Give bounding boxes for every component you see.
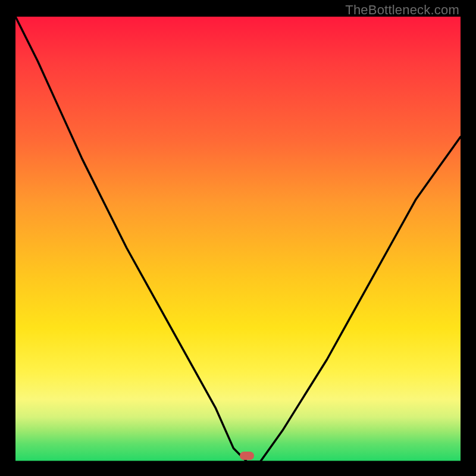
chart-frame: TheBottleneck.com: [0, 0, 476, 476]
curve-path: [15, 17, 461, 462]
watermark-text: TheBottleneck.com: [345, 2, 459, 18]
curve-svg: [15, 17, 461, 462]
plot-area: [15, 17, 461, 462]
bottleneck-marker: [240, 452, 254, 460]
